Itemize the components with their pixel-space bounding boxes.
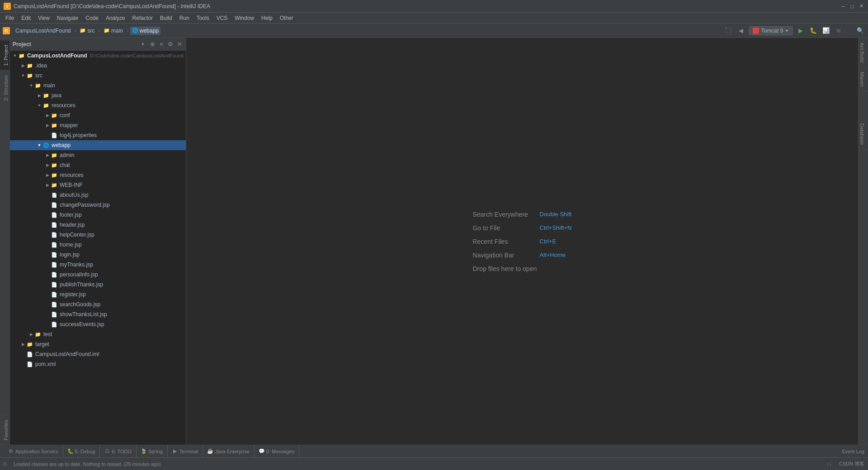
tool-messages[interactable]: 💬 0: Messages bbox=[255, 445, 299, 457]
left-tool-tabs: 1: Project 2: Structure Favorites bbox=[0, 38, 10, 445]
menu-build[interactable]: Build bbox=[156, 14, 176, 22]
tree-header[interactable]: 📄 header.jsp bbox=[10, 220, 186, 230]
messages-label: 0: Messages bbox=[266, 449, 294, 454]
tomcat-icon bbox=[753, 28, 759, 34]
recent-files-label: Recent Files bbox=[473, 238, 536, 245]
breadcrumb-main[interactable]: 📁 main bbox=[102, 27, 125, 35]
csdn-link[interactable]: CSDN 博客 bbox=[835, 461, 868, 467]
menu-navigate[interactable]: Navigate bbox=[53, 14, 82, 22]
tool-terminal[interactable]: ▶ Terminal bbox=[168, 445, 203, 457]
tree-successEvents[interactable]: 📄 successEvents.jsp bbox=[10, 319, 186, 329]
tree-searchGoods[interactable]: 📄 searchGoods.jsp bbox=[10, 299, 186, 309]
search-everywhere-label: Search Everywhere bbox=[473, 211, 536, 218]
tree-conf[interactable]: ▶ 📁 conf bbox=[10, 110, 186, 120]
tree-target[interactable]: ▶ 📁 target bbox=[10, 339, 186, 349]
menu-window[interactable]: Window bbox=[231, 14, 258, 22]
tomcat-run-config[interactable]: Tomcat 9 ▼ bbox=[749, 26, 793, 35]
run-button[interactable]: ▶ bbox=[796, 26, 806, 36]
debug-button[interactable]: 🐛 bbox=[808, 26, 818, 36]
project-sync-icon[interactable]: ⊕ bbox=[149, 41, 156, 48]
project-collapse-icon[interactable]: ≡ bbox=[158, 41, 165, 48]
goto-file-shortcut: Ctrl+Shift+N bbox=[540, 224, 572, 231]
run-with-coverage-button[interactable]: 📊 bbox=[821, 26, 831, 36]
menu-run[interactable]: Run bbox=[176, 14, 193, 22]
tree-personalInfo[interactable]: 📄 personalInfo.jsp bbox=[10, 270, 186, 280]
close-button[interactable]: ✕ bbox=[858, 3, 864, 9]
breadcrumb-project[interactable]: CampusLostAndFound bbox=[14, 27, 73, 35]
tab-database[interactable]: Database bbox=[859, 119, 868, 150]
terminal-icon: ▶ bbox=[172, 449, 178, 454]
tree-helpCenter[interactable]: 📄 helpCenter.jsp bbox=[10, 230, 186, 240]
tree-home[interactable]: 📄 home.jsp bbox=[10, 240, 186, 250]
tree-idea[interactable]: ▶ 📁 .idea bbox=[10, 61, 186, 71]
tree-myThanks[interactable]: 📄 myThanks.jsp bbox=[10, 260, 186, 270]
tree-webapp[interactable]: ▼ 🌐 webapp bbox=[10, 140, 186, 150]
menu-analyze[interactable]: Analyze bbox=[102, 14, 129, 22]
project-close-icon[interactable]: ✕ bbox=[176, 41, 183, 48]
tree-publishThanks[interactable]: 📄 publishThanks.jsp bbox=[10, 280, 186, 290]
menu-other[interactable]: Other bbox=[276, 14, 297, 22]
tool-spring[interactable]: 🍃 Spring bbox=[137, 445, 168, 457]
menu-file[interactable]: File bbox=[2, 14, 18, 22]
breadcrumb-webapp[interactable]: 🌐 webapp bbox=[130, 27, 160, 35]
tree-resources[interactable]: ▼ 📁 resources bbox=[10, 100, 186, 110]
menu-help[interactable]: Help bbox=[258, 14, 276, 22]
tab-favorites[interactable]: Favorites bbox=[0, 415, 9, 445]
tool-java-enterprise[interactable]: ☕ Java Enterprise bbox=[203, 445, 254, 457]
folder-icon: 📁 bbox=[18, 52, 25, 59]
maximize-button[interactable]: □ bbox=[849, 3, 855, 9]
tool-todo[interactable]: ☑ 6: TODO bbox=[100, 445, 137, 457]
event-log-button[interactable]: Event Log bbox=[842, 449, 864, 454]
tab-project[interactable]: 1: Project bbox=[0, 40, 9, 70]
tree-changePassword[interactable]: 📄 changePassword.jsp bbox=[10, 200, 186, 210]
tool-debug[interactable]: 🐛 5: Debug bbox=[63, 445, 100, 457]
tomcat-dropdown-arrow[interactable]: ▼ bbox=[785, 28, 789, 33]
git-status[interactable]: ↑↓ bbox=[823, 461, 835, 467]
project-dropdown[interactable]: ▼ bbox=[141, 42, 145, 47]
tab-ant-build[interactable]: Ant Build bbox=[859, 38, 868, 67]
back-button[interactable]: ◀ bbox=[736, 26, 746, 36]
tomcat-label: Tomcat 9 bbox=[761, 28, 783, 34]
debug-label: 5: Debug bbox=[75, 449, 95, 454]
breadcrumb-src[interactable]: 📁 src bbox=[78, 27, 96, 35]
tree-iml[interactable]: 📄 CampusLostAndFound.iml bbox=[10, 349, 186, 359]
tree-showThanksList[interactable]: 📄 showThanksList.jsp bbox=[10, 309, 186, 319]
project-icon: C bbox=[3, 27, 10, 34]
tree-test[interactable]: ▶ 📁 test bbox=[10, 329, 186, 339]
tree-admin[interactable]: ▶ 📁 admin bbox=[10, 150, 186, 160]
tree-footer[interactable]: 📄 footer.jsp bbox=[10, 210, 186, 220]
tree-root[interactable]: ▼ 📁 CampusLostAndFound D:\Code\idea-code… bbox=[10, 51, 186, 61]
bottom-status-message: Loaded classes are up to date. Nothing t… bbox=[10, 461, 823, 467]
menu-view[interactable]: View bbox=[34, 14, 53, 22]
tree-pom[interactable]: 📄 pom.xml bbox=[10, 359, 186, 369]
tree-aboutUs[interactable]: 📄 aboutUs.jsp bbox=[10, 190, 186, 200]
tree-register[interactable]: 📄 register.jsp bbox=[10, 290, 186, 299]
tree-webapp-resources[interactable]: ▶ 📁 resources bbox=[10, 170, 186, 180]
tree-main[interactable]: ▼ 📁 main bbox=[10, 81, 186, 90]
tab-maven[interactable]: Maven bbox=[859, 67, 868, 92]
tree-mapper[interactable]: ▶ 📁 mapper bbox=[10, 120, 186, 130]
tree-login[interactable]: 📄 login.jsp bbox=[10, 250, 186, 260]
menu-tools[interactable]: Tools bbox=[193, 14, 213, 22]
tool-app-server[interactable]: ⚙ Application Servers bbox=[4, 445, 63, 457]
menu-refactor[interactable]: Refactor bbox=[129, 14, 156, 22]
menu-bar: File Edit View Navigate Code Analyze Ref… bbox=[0, 13, 868, 24]
tab-structure[interactable]: 2: Structure bbox=[0, 70, 9, 105]
tree-chat[interactable]: ▶ 📁 chat bbox=[10, 160, 186, 170]
menu-vcs[interactable]: VCS bbox=[213, 14, 231, 22]
project-settings-icon[interactable]: ⚙ bbox=[167, 41, 174, 48]
menu-code[interactable]: Code bbox=[82, 14, 102, 22]
tree-webinf[interactable]: ▶ 📁 WEB-INF bbox=[10, 180, 186, 190]
open-project-structure-button[interactable]: ⬛ bbox=[723, 26, 733, 36]
menu-edit[interactable]: Edit bbox=[18, 14, 34, 22]
tree-log4j[interactable]: 📄 log4j.properties bbox=[10, 130, 186, 140]
todo-icon: ☑ bbox=[104, 449, 110, 454]
tree-src[interactable]: ▼ 📁 src bbox=[10, 71, 186, 81]
tree-java[interactable]: ▶ 📁 java bbox=[10, 90, 186, 100]
tree-arrow: ▼ bbox=[12, 53, 18, 58]
minimize-button[interactable]: ─ bbox=[840, 3, 846, 9]
stop-button[interactable]: ⏹ bbox=[834, 26, 844, 36]
terminal-label: Terminal bbox=[179, 449, 198, 454]
search-everywhere-button[interactable]: 🔍 bbox=[855, 26, 865, 36]
search-everywhere-shortcut: Double Shift bbox=[540, 211, 572, 218]
